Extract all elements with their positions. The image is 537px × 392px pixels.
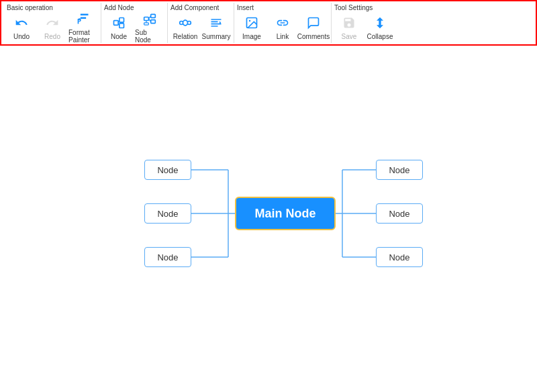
save-label: Save — [342, 33, 357, 40]
sub-node-button[interactable]: Sub Node — [135, 13, 164, 43]
right-node-3[interactable]: Node — [376, 247, 423, 267]
format-painter-button[interactable]: Format Painter — [68, 13, 98, 43]
relation-label: Relation — [173, 33, 198, 40]
comments-button[interactable]: Comments — [299, 13, 328, 43]
comments-label: Comments — [297, 33, 330, 40]
collapse-label: Collapse — [367, 33, 393, 40]
toolbar-group-label: Basic operation — [7, 3, 98, 11]
image-label: Image — [242, 33, 261, 40]
left-node-2[interactable]: Node — [144, 203, 191, 224]
toolbar-group-insert: InsertImageLinkComments — [234, 3, 332, 43]
left-node-3[interactable]: Node — [144, 247, 191, 267]
relation-button[interactable]: Relation — [170, 13, 200, 43]
toolbar-group-tool-settings: Tool SettingsSaveCollapse — [332, 3, 397, 43]
svg-rect-6 — [151, 14, 156, 17]
svg-rect-2 — [119, 23, 124, 28]
toolbar-group-label: Add Node — [104, 3, 164, 11]
undo-label: Undo — [13, 33, 30, 40]
right-node-1-label: Node — [389, 165, 409, 175]
svg-rect-1 — [119, 17, 124, 22]
link-button[interactable]: Link — [268, 13, 297, 43]
format-painter-icon — [77, 12, 90, 28]
summary-label: Summary — [202, 33, 231, 40]
sub-node-icon — [143, 12, 156, 28]
comments-icon — [307, 16, 320, 32]
node-button[interactable]: Node — [104, 13, 134, 43]
svg-rect-7 — [151, 20, 156, 23]
link-icon — [276, 16, 289, 32]
toolbar-group-label: Tool Settings — [334, 3, 395, 11]
svg-rect-5 — [144, 17, 149, 21]
right-node-2-label: Node — [389, 209, 409, 219]
svg-point-13 — [187, 21, 191, 24]
summary-button[interactable]: Summary — [201, 13, 231, 43]
toolbar-group-basic-operation: Basic operationUndoRedoFormat Painter — [4, 3, 101, 43]
left-node-3-label: Node — [157, 252, 178, 262]
svg-point-15 — [249, 19, 251, 21]
main-node-label: Main Node — [254, 207, 315, 221]
sub-node-label: Sub Node — [135, 29, 164, 44]
node-icon — [112, 16, 126, 32]
svg-rect-11 — [144, 23, 149, 25]
relation-icon — [179, 16, 192, 32]
redo-button: Redo — [38, 13, 67, 43]
left-node-2-label: Node — [157, 209, 178, 219]
redo-label: Redo — [44, 33, 60, 40]
collapse-icon — [373, 16, 387, 32]
toolbar-group-label: Add Component — [170, 3, 231, 11]
link-label: Link — [277, 33, 289, 40]
svg-rect-0 — [114, 20, 119, 25]
save-button: Save — [334, 13, 364, 43]
collapse-button[interactable]: Collapse — [365, 13, 395, 43]
undo-button[interactable]: Undo — [7, 13, 36, 43]
image-button[interactable]: Image — [237, 13, 266, 43]
left-node-1-label: Node — [157, 165, 178, 175]
svg-point-12 — [180, 21, 183, 24]
canvas: Main Node Node Node Node Node Node Node — [0, 46, 537, 392]
toolbar-group-label: Insert — [237, 3, 328, 11]
left-node-1[interactable]: Node — [144, 160, 191, 180]
redo-icon — [46, 16, 59, 32]
right-node-2[interactable]: Node — [376, 203, 423, 224]
image-icon — [245, 16, 258, 32]
toolbar-group-add-component: Add ComponentRelationSummary — [168, 3, 234, 43]
toolbar: Basic operationUndoRedoFormat PainterAdd… — [0, 0, 537, 46]
node-label: Node — [111, 33, 127, 40]
format-painter-label: Format Painter — [68, 29, 98, 44]
toolbar-group-add-node: Add NodeNodeSub Node — [101, 3, 168, 43]
main-node[interactable]: Main Node — [235, 197, 336, 230]
save-icon — [342, 16, 356, 32]
right-node-3-label: Node — [389, 252, 409, 262]
right-node-1[interactable]: Node — [376, 160, 423, 180]
summary-icon — [209, 16, 223, 32]
undo-icon — [15, 16, 28, 32]
